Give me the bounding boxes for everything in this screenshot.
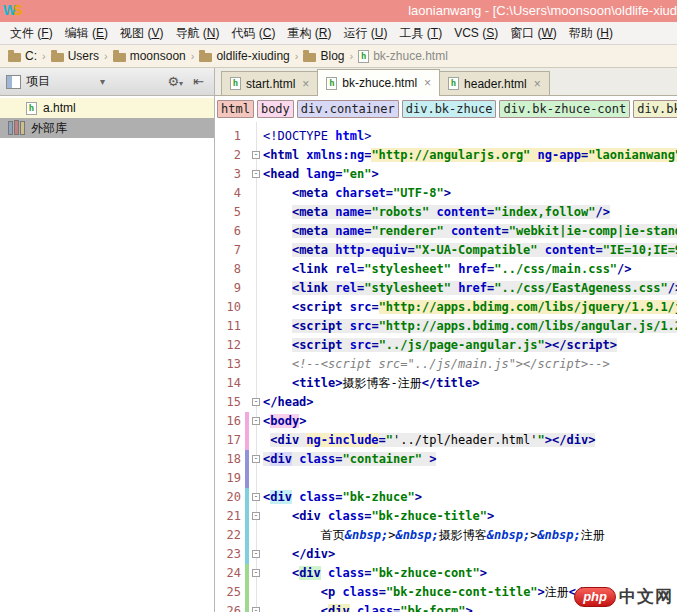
tag-breadcrumb[interactable]: div.bk-zhuce <box>402 100 497 118</box>
code-line[interactable]: 13<!--<script src="../js/main.js"></scri… <box>215 355 677 374</box>
fold-gutter <box>249 355 263 374</box>
folder-icon <box>303 53 316 62</box>
close-icon[interactable]: × <box>424 76 431 90</box>
menu-item[interactable]: 运行 (U) <box>337 22 393 45</box>
tag-breadcrumb[interactable]: body <box>257 100 294 118</box>
menu-item[interactable]: 视图 (V) <box>114 22 169 45</box>
breadcrumb-item[interactable]: C: <box>7 49 38 63</box>
tag-breadcrumb[interactable]: div.container <box>297 100 399 118</box>
tab-start.html[interactable]: hstart.html× <box>221 71 318 95</box>
breadcrumb-item[interactable]: Blog <box>302 49 345 63</box>
gear-icon[interactable]: ⚙▾ <box>167 74 183 89</box>
breadcrumb-item[interactable]: oldlife-xiuding <box>198 49 290 63</box>
menu-item[interactable]: 编辑 (E) <box>59 22 114 45</box>
fold-gutter: - <box>249 602 263 612</box>
menu-item[interactable]: 导航 (N) <box>169 22 225 45</box>
code-line[interactable]: 19 <box>215 469 677 488</box>
tree-item[interactable]: ha.html <box>0 98 214 118</box>
code-line[interactable]: 11<script src="http://apps.bdimg.com/lib… <box>215 317 677 336</box>
tag-breadcrumb[interactable]: div.bk-zhuce-cont <box>499 100 630 118</box>
breadcrumb-separator: › <box>295 50 299 62</box>
code-line[interactable]: 22首页&nbsp;>&nbsp;摄影博客&nbsp;>&nbsp;注册 <box>215 526 677 545</box>
editor[interactable]: htmlbodydiv.containerdiv.bk-zhucediv.bk-… <box>215 96 677 612</box>
code-text: <link rel="stylesheet" href="../css/main… <box>263 260 677 279</box>
code-area[interactable]: 1<!DOCTYPE html>2-<html xmlns:ng="http:/… <box>215 122 677 612</box>
project-panel-header[interactable]: 项目 ▾ ⚙▾ ⇤ <box>0 68 215 96</box>
breadcrumb-item[interactable]: Users <box>50 49 100 63</box>
fold-gutter: - <box>249 412 263 431</box>
code-line[interactable]: 20-<div class="bk-zhuce"> <box>215 488 677 507</box>
line-number: 15 <box>215 393 241 412</box>
fold-marker[interactable]: - <box>252 493 260 501</box>
breadcrumb-separator: › <box>350 50 354 62</box>
watermark-text: 中文网 <box>619 585 673 608</box>
line-number: 8 <box>215 260 241 279</box>
tab-bk-zhuce.html[interactable]: hbk-zhuce.html× <box>317 69 440 96</box>
code-line[interactable]: 8<link rel="stylesheet" href="../css/mai… <box>215 260 677 279</box>
chevron-down-icon[interactable]: ▾ <box>100 76 105 87</box>
tab-header.html[interactable]: hheader.html× <box>439 71 550 95</box>
code-line[interactable]: 23-</div> <box>215 545 677 564</box>
fold-gutter: - <box>249 545 263 564</box>
menu-item[interactable]: VCS (S) <box>448 23 504 43</box>
code-line[interactable]: 6<meta name="renderer" content="webkit|i… <box>215 222 677 241</box>
code-line[interactable]: 5<meta name="robots" content="index,foll… <box>215 203 677 222</box>
menu-item[interactable]: 重构 (R) <box>281 22 337 45</box>
code-line[interactable]: 17<div ng-include="'../tpl/header.html'"… <box>215 431 677 450</box>
fold-marker[interactable]: - <box>252 550 260 558</box>
close-icon[interactable]: × <box>302 77 309 91</box>
menu-item[interactable]: 工具 (T) <box>393 22 448 45</box>
menu-item[interactable]: 窗口 (W) <box>504 22 563 45</box>
line-number: 3 <box>215 165 241 184</box>
code-line[interactable]: 15-</head> <box>215 393 677 412</box>
menu-item[interactable]: 帮助 (H) <box>563 22 619 45</box>
fold-marker[interactable]: - <box>252 170 260 178</box>
code-line[interactable]: 4<meta charset="UTF-8"> <box>215 184 677 203</box>
code-line[interactable]: 24-<div class="bk-zhuce-cont"> <box>215 564 677 583</box>
line-number: 4 <box>215 184 241 203</box>
code-text: 首页&nbsp;>&nbsp;摄影博客&nbsp;>&nbsp;注册 <box>263 526 677 545</box>
fold-marker[interactable]: - <box>252 455 260 463</box>
code-text: <!DOCTYPE html> <box>263 127 677 146</box>
tag-breadcrumb[interactable]: html <box>217 100 254 118</box>
folder-icon <box>199 53 212 62</box>
fold-marker[interactable]: - <box>252 512 260 520</box>
code-line[interactable]: 12<script src="../js/page-angular.js"></… <box>215 336 677 355</box>
fold-gutter <box>249 222 263 241</box>
breadcrumb-item[interactable]: moonsoon <box>112 49 187 63</box>
code-text: <script src="http://apps.bdimg.com/libs/… <box>263 298 677 317</box>
menu-item[interactable]: 文件 (F) <box>4 22 59 45</box>
code-line[interactable]: 16-<body> <box>215 412 677 431</box>
code-line[interactable]: 21-<div class="bk-zhuce-title"> <box>215 507 677 526</box>
code-line[interactable]: 18-<div class="container" > <box>215 450 677 469</box>
fold-marker[interactable]: - <box>252 607 260 612</box>
menu-bar: 文件 (F)编辑 (E)视图 (V)导航 (N)代码 (C)重构 (R)运行 (… <box>0 22 677 45</box>
code-line[interactable]: 1<!DOCTYPE html> <box>215 127 677 146</box>
tag-breadcrumb[interactable]: div.bk-form <box>633 100 677 118</box>
code-text: <div ng-include="'../tpl/header.html'"><… <box>263 431 677 450</box>
fold-gutter: - <box>249 488 263 507</box>
fold-marker[interactable]: - <box>252 569 260 577</box>
webstorm-logo-icon: WS <box>3 2 20 18</box>
line-number: 6 <box>215 222 241 241</box>
breadcrumb-item[interactable]: hbk-zhuce.html <box>357 49 449 63</box>
menu-item[interactable]: 代码 (C) <box>225 22 281 45</box>
code-line[interactable]: 2-<html xmlns:ng="http://angularjs.org" … <box>215 146 677 165</box>
code-line[interactable]: 7<meta http-equiv="X-UA-Compatible" cont… <box>215 241 677 260</box>
tree-item[interactable]: 外部库 <box>0 118 214 138</box>
close-icon[interactable]: × <box>534 77 541 91</box>
fold-gutter <box>249 431 263 450</box>
line-number: 26 <box>215 602 241 612</box>
code-line[interactable]: 10<script src="http://apps.bdimg.com/lib… <box>215 298 677 317</box>
line-number: 2 <box>215 146 241 165</box>
line-number: 11 <box>215 317 241 336</box>
code-line[interactable]: 14<title>摄影博客-注册</title> <box>215 374 677 393</box>
fold-gutter <box>249 184 263 203</box>
code-line[interactable]: 3-<head lang="en"> <box>215 165 677 184</box>
collapse-panel-icon[interactable]: ⇤ <box>193 74 204 89</box>
code-text: <div class="bk-zhuce-title"> <box>263 507 677 526</box>
fold-marker[interactable]: - <box>252 417 260 425</box>
fold-marker[interactable]: - <box>252 398 260 406</box>
fold-marker[interactable]: - <box>252 151 260 159</box>
code-line[interactable]: 9<link rel="stylesheet" href="../css/Eas… <box>215 279 677 298</box>
